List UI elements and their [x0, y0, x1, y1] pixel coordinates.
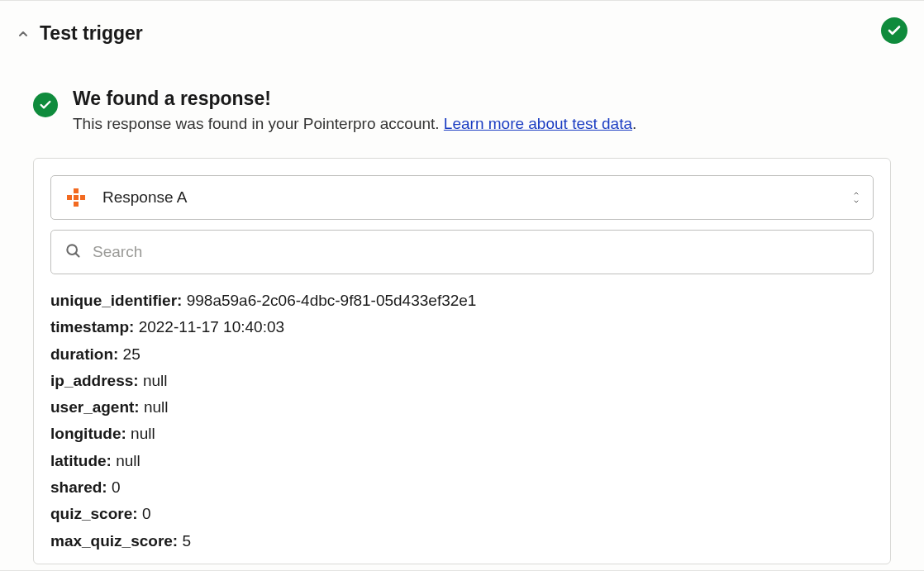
kv-key: unique_identifier:	[50, 292, 187, 309]
search-icon	[64, 242, 81, 262]
kv-key: shared:	[50, 478, 112, 496]
kv-value: 0	[142, 505, 151, 522]
kv-row: max_quiz_score: 5	[50, 528, 854, 554]
test-trigger-panel: Test trigger We found a response! This r…	[0, 0, 924, 571]
kv-row: longitude: null	[50, 421, 854, 447]
found-subtitle: This response was found in your Pointerp…	[73, 115, 636, 133]
response-data-list[interactable]: unique_identifier: 998a59a6-2c06-4dbc-9f…	[50, 288, 874, 560]
kv-value: null	[116, 452, 141, 469]
kv-row: shared: 0	[50, 474, 854, 501]
found-subtitle-text: This response was found in your Pointerp…	[73, 115, 444, 132]
kv-key: duration:	[50, 345, 123, 363]
kv-row: timestamp: 2022-11-17 10:40:03	[50, 314, 854, 340]
kv-value: null	[143, 372, 168, 389]
kv-row: unique_identifier: 998a59a6-2c06-4dbc-9f…	[50, 288, 854, 314]
kv-row: quiz_score: 0	[50, 501, 854, 527]
svg-rect-0	[74, 188, 79, 193]
check-circle-icon	[881, 17, 907, 44]
collapse-icon[interactable]	[17, 27, 30, 40]
kv-row: ip_address: null	[50, 368, 854, 394]
kv-key: user_agent:	[50, 398, 144, 416]
svg-line-6	[76, 254, 79, 257]
pointerpro-icon	[64, 186, 88, 209]
kv-value: null	[144, 398, 169, 416]
panel-title: Test trigger	[40, 22, 143, 45]
response-card: Response A unique_identifier: 998a59a6-2…	[33, 158, 891, 564]
kv-value: 0	[112, 478, 121, 496]
check-circle-icon	[33, 93, 58, 117]
kv-value: 5	[182, 532, 191, 550]
kv-row: latitude: null	[50, 448, 854, 474]
kv-key: latitude:	[50, 452, 116, 469]
response-found-text: We found a response! This response was f…	[73, 88, 636, 133]
kv-key: timestamp:	[50, 318, 139, 335]
kv-value: 2022-11-17 10:40:03	[139, 318, 284, 335]
updown-icon	[851, 190, 861, 205]
kv-row: user_agent: null	[50, 394, 854, 421]
svg-rect-3	[80, 195, 85, 200]
kv-row: custom_score: null	[50, 554, 854, 560]
kv-key: max_quiz_score:	[50, 532, 182, 550]
kv-value: 998a59a6-2c06-4dbc-9f81-05d433ef32e1	[187, 292, 477, 309]
svg-rect-1	[67, 195, 72, 200]
search-input[interactable]	[93, 243, 860, 261]
selected-response-label: Response A	[102, 188, 187, 207]
panel-header: Test trigger	[17, 22, 907, 45]
response-found-block: We found a response! This response was f…	[33, 88, 907, 133]
kv-key: longitude:	[50, 425, 131, 442]
search-box[interactable]	[50, 230, 874, 274]
learn-more-link[interactable]: Learn more about test data	[444, 115, 632, 132]
found-title: We found a response!	[73, 88, 636, 110]
kv-value: 25	[123, 345, 141, 363]
found-subtitle-period: .	[632, 115, 636, 132]
response-selector[interactable]: Response A	[50, 175, 874, 220]
kv-row: duration: 25	[50, 341, 854, 368]
kv-key: quiz_score:	[50, 505, 142, 522]
status-badge	[881, 17, 907, 44]
svg-rect-2	[74, 195, 79, 200]
svg-rect-4	[74, 202, 79, 207]
kv-key: ip_address:	[50, 372, 143, 389]
kv-value: null	[131, 425, 155, 442]
kv-key: custom_score:	[50, 559, 166, 560]
kv-value: null	[166, 559, 191, 560]
